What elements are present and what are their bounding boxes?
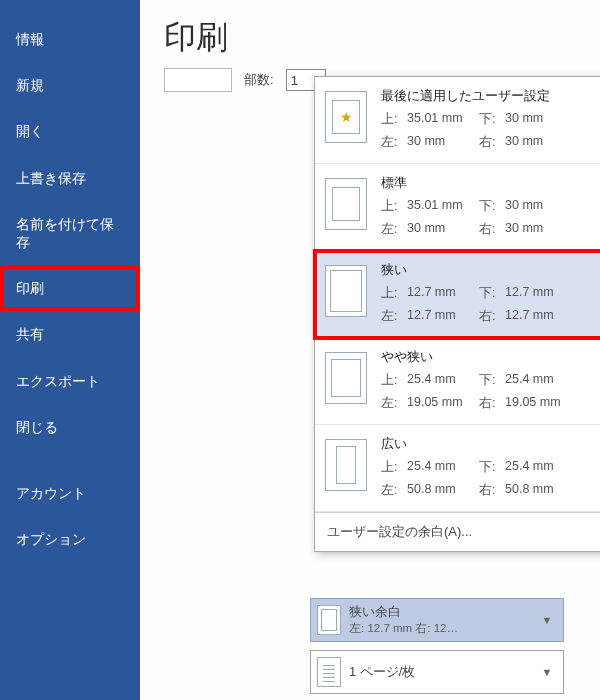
val-top: 25.4 mm — [407, 372, 479, 389]
sidebar-item-new[interactable]: 新規 — [0, 62, 140, 108]
lbl-top: 上: — [381, 372, 407, 389]
val-top: 12.7 mm — [407, 285, 479, 302]
option-text: 最後に適用したユーザー設定 上:35.01 mm下:30 mm 左:30 mm右… — [381, 87, 600, 151]
page-icon — [325, 178, 367, 230]
option-margins: 上:25.4 mm下:25.4 mm 左:19.05 mm右:19.05 mm — [381, 372, 600, 412]
lbl-top: 上: — [381, 198, 407, 215]
val-top: 35.01 mm — [407, 111, 479, 128]
option-margins: 上:12.7 mm下:12.7 mm 左:12.7 mm右:12.7 mm — [381, 285, 600, 325]
field-title: 狭い余白 — [349, 604, 529, 621]
page-icon — [325, 91, 367, 143]
lbl-left: 左: — [381, 221, 407, 238]
sidebar-item-open[interactable]: 開く — [0, 108, 140, 154]
option-text: 広い 上:25.4 mm下:25.4 mm 左:50.8 mm右:50.8 mm — [381, 435, 600, 499]
sidebar-item-account[interactable]: アカウント — [0, 470, 140, 516]
lbl-left: 左: — [381, 395, 407, 412]
lbl-top: 上: — [381, 285, 407, 302]
lbl-left: 左: — [381, 308, 407, 325]
option-text: 標準 上:35.01 mm下:30 mm 左:30 mm右:30 mm — [381, 174, 600, 238]
sidebar-item-options[interactable]: オプション — [0, 516, 140, 562]
lbl-bottom: 下: — [479, 372, 505, 389]
copies-label: 部数: — [244, 71, 274, 89]
field-text: 1 ページ/枚 — [349, 664, 529, 681]
field-title: 1 ページ/枚 — [349, 664, 529, 681]
option-title: 最後に適用したユーザー設定 — [381, 87, 600, 105]
chevron-down-icon[interactable]: ▼ — [537, 666, 557, 678]
lbl-bottom: 下: — [479, 111, 505, 128]
sidebar-item-export[interactable]: エクスポート — [0, 358, 140, 404]
page-icon — [325, 352, 367, 404]
margin-option-moderate[interactable]: やや狭い 上:25.4 mm下:25.4 mm 左:19.05 mm右:19.0… — [315, 338, 600, 425]
val-bottom: 30 mm — [505, 198, 565, 215]
val-bottom: 30 mm — [505, 111, 565, 128]
option-margins: 上:35.01 mm下:30 mm 左:30 mm右:30 mm — [381, 111, 600, 151]
lbl-bottom: 下: — [479, 459, 505, 476]
sidebar-item-share[interactable]: 共有 — [0, 311, 140, 357]
val-left: 30 mm — [407, 134, 479, 151]
val-top: 35.01 mm — [407, 198, 479, 215]
pages-per-sheet-field[interactable]: 1 ページ/枚 ▼ — [310, 650, 564, 694]
settings-fields: 狭い余白 左: 12.7 mm 右: 12… ▼ 1 ページ/枚 ▼ ページ設定 — [310, 598, 564, 700]
val-bottom: 12.7 mm — [505, 285, 565, 302]
page-icon — [325, 265, 367, 317]
page-icon — [317, 605, 341, 635]
lbl-top: 上: — [381, 111, 407, 128]
page-icon — [325, 439, 367, 491]
val-right: 30 mm — [505, 134, 565, 151]
val-left: 50.8 mm — [407, 482, 479, 499]
page-title: 印刷 — [140, 0, 600, 68]
lbl-right: 右: — [479, 482, 505, 499]
val-bottom: 25.4 mm — [505, 372, 565, 389]
lbl-left: 左: — [381, 482, 407, 499]
margin-option-narrow[interactable]: 狭い 上:12.7 mm下:12.7 mm 左:12.7 mm右:12.7 mm — [315, 251, 600, 338]
app-root: 情報 新規 開く 上書き保存 名前を付けて保存 印刷 共有 エクスポート 閉じる… — [0, 0, 600, 700]
margin-option-last-custom[interactable]: 最後に適用したユーザー設定 上:35.01 mm下:30 mm 左:30 mm右… — [315, 77, 600, 164]
val-right: 30 mm — [505, 221, 565, 238]
main-panel: 印刷 部数: 1 最後に適用したユーザー設定 上:35.01 mm下:30 mm… — [140, 0, 600, 700]
val-top: 25.4 mm — [407, 459, 479, 476]
lbl-left: 左: — [381, 134, 407, 151]
margins-dropdown-popup: 最後に適用したユーザー設定 上:35.01 mm下:30 mm 左:30 mm右… — [314, 76, 600, 552]
lbl-right: 右: — [479, 134, 505, 151]
val-left: 30 mm — [407, 221, 479, 238]
sidebar-item-print[interactable]: 印刷 — [0, 265, 140, 311]
margins-field[interactable]: 狭い余白 左: 12.7 mm 右: 12… ▼ — [310, 598, 564, 642]
margin-option-wide[interactable]: 広い 上:25.4 mm下:25.4 mm 左:50.8 mm右:50.8 mm — [315, 425, 600, 512]
backstage-sidebar: 情報 新規 開く 上書き保存 名前を付けて保存 印刷 共有 エクスポート 閉じる… — [0, 0, 140, 700]
val-right: 12.7 mm — [505, 308, 565, 325]
option-margins: 上:35.01 mm下:30 mm 左:30 mm右:30 mm — [381, 198, 600, 238]
lbl-top: 上: — [381, 459, 407, 476]
sidebar-item-save[interactable]: 上書き保存 — [0, 155, 140, 201]
option-title: やや狭い — [381, 348, 600, 366]
option-title: 狭い — [381, 261, 600, 279]
sidebar-item-close[interactable]: 閉じる — [0, 404, 140, 450]
sidebar-item-info[interactable]: 情報 — [0, 16, 140, 62]
val-left: 19.05 mm — [407, 395, 479, 412]
option-title: 標準 — [381, 174, 600, 192]
option-title: 広い — [381, 435, 600, 453]
option-text: 狭い 上:12.7 mm下:12.7 mm 左:12.7 mm右:12.7 mm — [381, 261, 600, 325]
lbl-bottom: 下: — [479, 198, 505, 215]
val-left: 12.7 mm — [407, 308, 479, 325]
sidebar-item-saveas[interactable]: 名前を付けて保存 — [0, 201, 140, 265]
lbl-right: 右: — [479, 221, 505, 238]
option-text: やや狭い 上:25.4 mm下:25.4 mm 左:19.05 mm右:19.0… — [381, 348, 600, 412]
option-margins: 上:25.4 mm下:25.4 mm 左:50.8 mm右:50.8 mm — [381, 459, 600, 499]
val-right: 50.8 mm — [505, 482, 565, 499]
custom-margins-link[interactable]: ユーザー設定の余白(A)... — [315, 512, 600, 551]
field-subtitle: 左: 12.7 mm 右: 12… — [349, 621, 529, 636]
margin-option-normal[interactable]: 標準 上:35.01 mm下:30 mm 左:30 mm右:30 mm — [315, 164, 600, 251]
page-icon — [317, 657, 341, 687]
val-right: 19.05 mm — [505, 395, 565, 412]
lbl-right: 右: — [479, 308, 505, 325]
val-bottom: 25.4 mm — [505, 459, 565, 476]
print-button-placeholder[interactable] — [164, 68, 232, 92]
lbl-bottom: 下: — [479, 285, 505, 302]
chevron-down-icon[interactable]: ▼ — [537, 614, 557, 626]
lbl-right: 右: — [479, 395, 505, 412]
field-text: 狭い余白 左: 12.7 mm 右: 12… — [349, 604, 529, 636]
